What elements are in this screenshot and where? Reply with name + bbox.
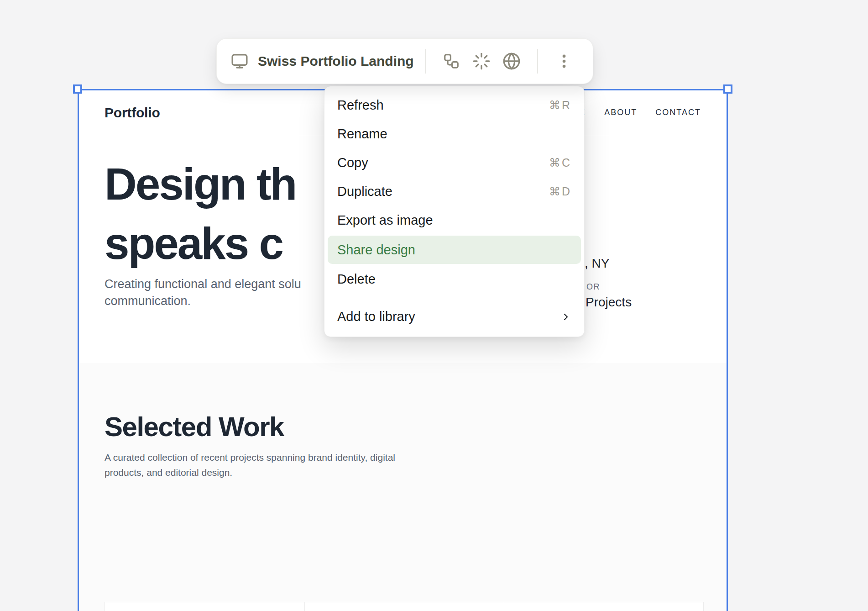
design-title: Swiss Portfolio Landing <box>258 53 414 69</box>
menu-item-copy[interactable]: Copy ⌘C <box>324 148 584 177</box>
toolbar-divider <box>537 49 538 74</box>
site-brand: Portfolio <box>105 105 160 121</box>
menu-item-label: Rename <box>337 126 387 142</box>
menu-item-label: Duplicate <box>337 184 392 199</box>
hero-subtitle-line2: communication. <box>105 293 301 310</box>
menu-item-shortcut: ⌘D <box>549 185 571 198</box>
menu-item-add-to-library[interactable]: Add to library <box>324 302 584 331</box>
selected-work-heading: Selected Work <box>105 411 284 442</box>
menu-item-label: Delete <box>337 272 376 287</box>
more-options-button[interactable] <box>549 46 579 77</box>
hero-subtitle-line1: Creating functional and elegant solu <box>105 276 301 293</box>
menu-item-label: Copy <box>337 155 368 170</box>
chevron-right-icon <box>560 311 571 322</box>
selected-work-description-line2: products, and editorial design. <box>105 465 395 480</box>
menu-item-export-as-image[interactable]: Export as image <box>324 206 584 235</box>
menu-item-refresh[interactable]: Refresh ⌘R <box>324 91 584 120</box>
menu-item-label: Export as image <box>337 213 433 228</box>
hero-heading-line2: speaks c <box>105 214 296 273</box>
floating-toolbar: Swiss Portfolio Landing <box>216 38 593 84</box>
loading-button[interactable] <box>466 46 497 77</box>
project-card-brand-identity[interactable]: VISUAL IDENTITY 2024 Brand Identity Syst… <box>105 602 304 611</box>
nav-item-about[interactable]: ABOUT <box>604 108 637 117</box>
menu-item-label: Refresh <box>337 98 384 113</box>
monitor-icon <box>230 52 249 70</box>
project-card-ecommerce[interactable]: DIGITAL PRODUCT 2024 E-commerce Platform… <box>304 602 504 611</box>
selection-handle-top-right[interactable] <box>723 84 732 94</box>
selected-work-section: Selected Work A curated collection of re… <box>79 363 727 611</box>
selected-work-description-line1: A curated collection of recent projects … <box>105 450 395 465</box>
menu-item-duplicate[interactable]: Duplicate ⌘D <box>324 177 584 206</box>
workflow-icon <box>443 53 460 70</box>
publish-button[interactable] <box>497 46 527 77</box>
menu-item-shortcut: ⌘R <box>549 99 571 112</box>
selection-handle-top-left[interactable] <box>73 84 82 94</box>
menu-item-rename[interactable]: Rename <box>324 120 584 148</box>
hero-fragment-location: , NY <box>585 256 609 271</box>
menu-item-share-design[interactable]: Share design <box>328 236 581 264</box>
selected-work-description: A curated collection of recent projects … <box>105 450 395 480</box>
spinner-icon <box>472 52 491 70</box>
project-cards: VISUAL IDENTITY 2024 Brand Identity Syst… <box>105 602 704 611</box>
hero-heading-line1: Design th <box>105 154 296 214</box>
workflow-button[interactable] <box>437 46 467 77</box>
hero-heading: Design th speaks c <box>105 154 296 273</box>
hero-subtitle: Creating functional and elegant solu com… <box>105 276 301 310</box>
toolbar-divider <box>425 49 426 74</box>
menu-item-label: Share design <box>337 242 415 258</box>
hero-fragment-role: OR <box>586 282 600 292</box>
context-menu: Refresh ⌘R Rename Copy ⌘C Duplicate ⌘D E… <box>324 86 585 337</box>
site-nav: ORK ABOUT CONTACT <box>565 108 701 117</box>
menu-item-delete[interactable]: Delete <box>324 265 584 294</box>
kebab-menu-icon <box>555 53 573 70</box>
nav-item-contact[interactable]: CONTACT <box>655 108 701 117</box>
menu-divider <box>324 298 584 298</box>
project-card-editorial[interactable]: PRINT 2023 Editorial Design Art directio… <box>504 602 703 611</box>
hero-fragment-projects: Projects <box>586 295 632 310</box>
menu-item-label: Add to library <box>337 309 415 324</box>
globe-icon <box>502 52 521 70</box>
menu-item-shortcut: ⌘C <box>549 156 571 169</box>
